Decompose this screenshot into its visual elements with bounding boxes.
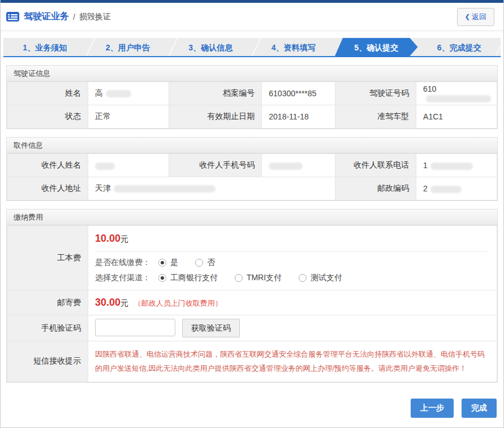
- radio-icbc[interactable]: [158, 274, 166, 282]
- breadcrumb-current: 损毁换证: [79, 12, 111, 22]
- sms-tip-label: 短信接收提示: [7, 341, 88, 382]
- radio-tmri[interactable]: [235, 274, 243, 282]
- page-title: 驾驶证业务: [24, 11, 69, 23]
- valid-until-label: 有效期止日期: [169, 105, 262, 129]
- file-number-value: 610300****85: [262, 82, 335, 105]
- step-label: 1、业务须知: [23, 43, 67, 52]
- fees-table: 工本费 10.00元 是否在线缴费： 是 否: [7, 225, 497, 382]
- recipient-address-label: 收件人地址: [7, 177, 88, 200]
- pay-online-no-option: 否: [195, 258, 215, 268]
- fees-section-title: 缴纳费用: [7, 209, 497, 225]
- pay-channel-question: 选择支付渠道：: [95, 273, 150, 283]
- divider: [95, 251, 488, 252]
- work-fee-currency: 元: [120, 234, 128, 243]
- license-number-label: 驾驶证号码: [335, 82, 416, 105]
- step-label: 3、确认信息: [188, 43, 232, 52]
- footer-actions: 上一步 完成: [7, 399, 497, 418]
- channel-icbc-option: 工商银行支付: [158, 273, 218, 283]
- page-header: 驾驶证业务 / 损毁换证 ❮ 返回: [1, 3, 503, 31]
- recipient-name-label: 收件人姓名: [7, 154, 88, 177]
- sms-tip-text: 因陕西省联通、电信运营商技术问题，陕西省互联网交通安全综合服务管理平台无法向持陕…: [95, 347, 488, 376]
- redacted-value: [95, 162, 115, 170]
- table-row: 邮寄费 30.00元 （邮政人员上门收取费用）: [7, 290, 497, 315]
- step-label: 2、用户申告: [106, 43, 150, 52]
- status-label: 状态: [7, 105, 88, 129]
- redacted-value: [426, 95, 491, 102]
- vehicle-class-value: A1C1: [416, 105, 497, 129]
- step-6-complete: 6、完成提交: [418, 38, 501, 56]
- radio-no-label: 否: [207, 258, 215, 268]
- channel-test-option: 测试支付: [299, 273, 342, 283]
- radio-no[interactable]: [195, 259, 203, 267]
- step-label: 4、资料填写: [272, 43, 316, 52]
- license-info-section: 驾驶证信息 姓名 高 档案编号 610300****85 驾驶证号码 610 状…: [6, 65, 498, 129]
- get-sms-code-button[interactable]: 获取验证码: [182, 319, 240, 337]
- table-row: 工本费 10.00元 是否在线缴费： 是 否: [7, 226, 497, 290]
- step-1-notice: 1、业务须知: [3, 38, 87, 56]
- recipient-address-value: 天津: [88, 177, 335, 200]
- step-separator: [496, 38, 504, 56]
- finish-button[interactable]: 完成: [462, 399, 497, 418]
- sms-tip-cell: 因陕西省联通、电信运营商技术问题，陕西省互联网交通安全综合服务管理平台无法向持陕…: [88, 341, 497, 382]
- postage-fee-cell: 30.00元 （邮政人员上门收取费用）: [88, 290, 497, 315]
- file-number-label: 档案编号: [169, 82, 262, 105]
- table-row: 短信接收提示 因陕西省联通、电信运营商技术问题，陕西省互联网交通安全综合服务管理…: [7, 341, 497, 382]
- step-label: 6、完成提交: [437, 43, 481, 52]
- pickup-section-title: 取件信息: [7, 138, 497, 153]
- table-row: 收件人姓名 收件人手机号码 收件人联系电话 1: [7, 154, 497, 177]
- radio-yes-label: 是: [170, 258, 178, 268]
- work-fee-amount-row: 10.00元: [95, 233, 488, 245]
- radio-tmri-label: TMRI支付: [247, 273, 282, 283]
- license-form-icon: [6, 12, 19, 22]
- postage-fee-note: （邮政人员上门收取费用）: [134, 299, 222, 307]
- postal-code-value: 2: [416, 177, 497, 200]
- pickup-info-table: 收件人姓名 收件人手机号码 收件人联系电话 1 收件人地址 天津 邮政编码 2: [7, 153, 497, 200]
- table-row: 姓名 高 档案编号 610300****85 驾驶证号码 610: [7, 82, 497, 105]
- step-label: 5、确认提交: [354, 43, 398, 52]
- back-button-label: 返回: [472, 12, 486, 22]
- sms-code-cell: 获取验证码: [88, 315, 497, 341]
- radio-test[interactable]: [299, 274, 307, 282]
- recipient-phone-label: 收件人联系电话: [335, 154, 416, 177]
- radio-test-label: 测试支付: [311, 273, 342, 283]
- previous-step-button[interactable]: 上一步: [411, 399, 454, 418]
- breadcrumb-separator: /: [73, 12, 75, 22]
- radio-yes[interactable]: [158, 259, 166, 267]
- redacted-value: [430, 186, 462, 193]
- work-fee-label: 工本费: [7, 226, 88, 290]
- fees-section: 缴纳费用 工本费 10.00元 是否在线缴费： 是: [6, 209, 498, 383]
- table-row: 手机验证码 获取验证码: [7, 315, 497, 341]
- step-wizard: 1、业务须知 2、用户申告 3、确认信息 4、资料填写 5、确认提交 6、完成提…: [3, 38, 501, 57]
- work-fee-cell: 10.00元 是否在线缴费： 是 否: [88, 226, 497, 290]
- valid-until-value: 2018-11-18: [262, 105, 335, 129]
- back-button[interactable]: ❮ 返回: [457, 8, 494, 26]
- name-value: 高: [88, 82, 169, 105]
- recipient-phone-value: 1: [416, 154, 497, 177]
- vehicle-class-label: 准驾车型: [335, 105, 416, 129]
- step-separator: [169, 38, 178, 56]
- page-container: 驾驶证业务 / 损毁换证 ❮ 返回 1、业务须知 2、用户申告 3、确认信息 4…: [0, 0, 504, 428]
- postage-fee-label: 邮寄费: [7, 290, 88, 315]
- redacted-value: [106, 90, 131, 97]
- step-2-declaration: 2、用户申告: [87, 38, 170, 56]
- step-4-fill-data: 4、资料填写: [252, 38, 335, 56]
- redacted-value: [430, 162, 473, 170]
- postage-fee-currency: 元: [120, 298, 128, 307]
- pay-online-row: 是否在线缴费： 是 否: [95, 258, 488, 268]
- table-row: 状态 正常 有效期止日期 2018-11-18 准驾车型 A1C1: [7, 105, 497, 129]
- recipient-name-value: [88, 154, 169, 177]
- radio-icbc-label: 工商银行支付: [170, 273, 218, 283]
- back-chevron-icon: ❮: [465, 13, 470, 20]
- redacted-value: [269, 162, 303, 170]
- sms-code-label: 手机验证码: [7, 315, 88, 341]
- sms-code-input[interactable]: [95, 319, 175, 336]
- license-info-table: 姓名 高 档案编号 610300****85 驾驶证号码 610 状态 正常 有…: [7, 82, 497, 129]
- step-separator: [251, 38, 261, 56]
- recipient-mobile-label: 收件人手机号码: [169, 154, 262, 177]
- pay-online-yes-option: 是: [158, 258, 178, 268]
- pickup-info-section: 取件信息 收件人姓名 收件人手机号码 收件人联系电话 1 收件人地址 天津 邮政…: [6, 137, 498, 201]
- channel-tmri-option: TMRI支付: [235, 273, 282, 283]
- table-row: 收件人地址 天津 邮政编码 2: [7, 177, 497, 200]
- step-3-confirm-info: 3、确认信息: [169, 38, 252, 56]
- work-fee-amount: 10.00: [95, 233, 120, 244]
